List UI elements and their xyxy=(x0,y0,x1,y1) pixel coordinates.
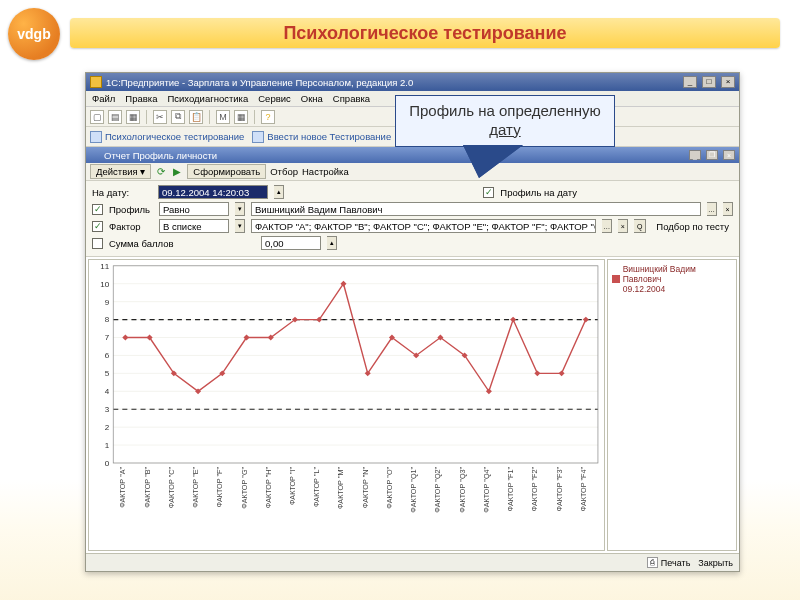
svg-text:ФАКТОР "F3": ФАКТОР "F3" xyxy=(554,467,563,512)
separator xyxy=(146,110,147,124)
svg-text:ФАКТОР "H": ФАКТОР "H" xyxy=(264,467,273,509)
status-bar: ⎙Печать Закрыть xyxy=(86,553,739,571)
svg-text:ФАКТОР "Q3": ФАКТОР "Q3" xyxy=(457,467,466,513)
callout-pointer xyxy=(465,147,519,177)
sum-input[interactable]: 0,00 xyxy=(261,236,321,250)
factor-checkbox[interactable]: ✓ xyxy=(92,221,103,232)
menu-edit[interactable]: Правка xyxy=(125,93,157,104)
app-titlebar: 1С:Предприятие - Зарплата и Управление П… xyxy=(86,73,739,91)
help-icon[interactable]: ? xyxy=(261,110,275,124)
svg-text:8: 8 xyxy=(105,316,110,325)
slide-title: Психологическое тестирование xyxy=(70,18,780,48)
settings-link[interactable]: Настройка xyxy=(302,166,349,177)
svg-text:0: 0 xyxy=(105,459,110,468)
svg-text:ФАКТОР "B": ФАКТОР "B" xyxy=(142,467,151,508)
legend-date: 09.12.2004 xyxy=(623,284,666,294)
factor-value-input[interactable]: ФАКТОР "A"; ФАКТОР "B"; ФАКТОР "C"; ФАКТ… xyxy=(251,219,596,233)
svg-text:ФАКТОР "O": ФАКТОР "O" xyxy=(385,467,394,509)
svg-text:ФАКТОР "F4": ФАКТОР "F4" xyxy=(579,467,588,512)
factor-clear-button[interactable]: × xyxy=(618,219,628,233)
app-title: 1С:Предприятие - Зарплата и Управление П… xyxy=(106,77,413,88)
profile-op-select[interactable]: Равно xyxy=(159,202,229,216)
svg-text:ФАКТОР "Q1": ФАКТОР "Q1" xyxy=(409,467,418,513)
cut-icon[interactable]: ✂ xyxy=(153,110,167,124)
profile-on-date-label: Профиль на дату xyxy=(500,187,577,198)
svg-text:ФАКТОР "E": ФАКТОР "E" xyxy=(191,467,200,508)
tab-testing[interactable]: Психологическое тестирование xyxy=(90,131,244,143)
factor-by-test-button[interactable]: Подбор по тесту xyxy=(652,220,733,233)
svg-text:ФАКТОР "F": ФАКТОР "F" xyxy=(215,467,224,508)
copy-icon[interactable]: ⧉ xyxy=(171,110,185,124)
child-restore-button[interactable]: ❐ xyxy=(706,150,718,160)
sum-checkbox[interactable] xyxy=(92,238,103,249)
menu-windows[interactable]: Окна xyxy=(301,93,323,104)
menu-psych[interactable]: Психодиагностика xyxy=(167,93,248,104)
menu-help[interactable]: Справка xyxy=(333,93,370,104)
svg-text:7: 7 xyxy=(105,334,109,343)
svg-text:5: 5 xyxy=(105,369,110,378)
dropdown-icon[interactable]: ▾ xyxy=(235,202,245,216)
svg-text:ФАКТОР "F2": ФАКТОР "F2" xyxy=(530,467,539,512)
paste-icon[interactable]: 📋 xyxy=(189,110,203,124)
svg-text:ФАКТОР "M": ФАКТОР "M" xyxy=(336,467,345,510)
new-icon[interactable]: ▢ xyxy=(90,110,104,124)
factor-op-select[interactable]: В списке xyxy=(159,219,229,233)
svg-text:ФАКТОР "L": ФАКТОР "L" xyxy=(312,467,321,508)
filter-area: На дату: 09.12.2004 14:20:03▴ ✓ Профиль … xyxy=(86,181,739,257)
maximize-button[interactable]: □ xyxy=(702,76,716,88)
close-report-button[interactable]: Закрыть xyxy=(698,558,733,568)
svg-text:9: 9 xyxy=(105,298,110,307)
report-icon xyxy=(90,150,100,160)
svg-text:ФАКТОР "F1": ФАКТОР "F1" xyxy=(506,467,515,512)
open-icon[interactable]: ▤ xyxy=(108,110,122,124)
profile-chart: 01234567891011ФАКТОР "A"ФАКТОР "B"ФАКТОР… xyxy=(89,260,604,550)
filter-link[interactable]: Отбор xyxy=(270,166,298,177)
dropdown-icon[interactable]: ▾ xyxy=(235,219,245,233)
svg-text:ФАКТОР "I": ФАКТОР "I" xyxy=(288,467,297,505)
profile-clear-button[interactable]: × xyxy=(723,202,733,216)
profile-value-input[interactable]: Вишницкий Вадим Павлович xyxy=(251,202,701,216)
date-spinner[interactable]: ▴ xyxy=(274,185,284,199)
sum-label: Сумма баллов xyxy=(109,238,179,249)
date-input[interactable]: 09.12.2004 14:20:03 xyxy=(158,185,268,199)
separator xyxy=(254,110,255,124)
svg-text:ФАКТОР "A": ФАКТОР "A" xyxy=(118,467,127,508)
plus-icon xyxy=(252,131,264,143)
actions-dropdown[interactable]: Действия ▾ xyxy=(90,164,151,179)
chart-panel: 01234567891011ФАКТОР "A"ФАКТОР "B"ФАКТОР… xyxy=(88,259,605,551)
callout-line1: Профиль на определенную xyxy=(406,102,604,121)
separator xyxy=(209,110,210,124)
print-button[interactable]: ⎙Печать xyxy=(647,557,690,568)
tab-new-test[interactable]: Ввести новое Тестирование xyxy=(252,131,391,143)
calendar-icon[interactable]: ▦ xyxy=(234,110,248,124)
legend-item: Вишницкий Вадим Павлович 09.12.2004 xyxy=(612,264,732,294)
refresh-icon[interactable]: ⟳ xyxy=(155,166,167,178)
menu-service[interactable]: Сервис xyxy=(258,93,291,104)
svg-text:ФАКТОР "G": ФАКТОР "G" xyxy=(239,467,248,509)
svg-text:10: 10 xyxy=(100,280,110,289)
svg-text:ФАКТОР "N": ФАКТОР "N" xyxy=(361,467,370,509)
app-icon xyxy=(90,76,102,88)
profile-checkbox[interactable]: ✓ xyxy=(92,204,103,215)
form-button[interactable]: Сформировать xyxy=(187,164,266,179)
report-title: Отчет Профиль личности xyxy=(104,150,217,161)
app-window: 1С:Предприятие - Зарплата и Управление П… xyxy=(85,72,740,572)
menu-file[interactable]: Файл xyxy=(92,93,115,104)
export-icon[interactable]: ▶ xyxy=(171,166,183,178)
calc-icon[interactable]: M xyxy=(216,110,230,124)
svg-text:11: 11 xyxy=(100,262,109,271)
callout: Профиль на определенную дату xyxy=(395,95,615,147)
child-close-button[interactable]: × xyxy=(723,150,735,160)
profile-choose-button[interactable]: … xyxy=(707,202,717,216)
sum-spinner[interactable]: ▴ xyxy=(327,236,337,250)
child-minimize-button[interactable]: _ xyxy=(689,150,701,160)
save-icon[interactable]: ▦ xyxy=(126,110,140,124)
svg-rect-26 xyxy=(113,266,598,463)
factor-label: Фактор xyxy=(109,221,153,232)
factor-pick-icon[interactable]: Q xyxy=(634,219,646,233)
svg-text:ФАКТОР "C": ФАКТОР "C" xyxy=(167,467,176,509)
factor-choose-button[interactable]: … xyxy=(602,219,612,233)
close-button[interactable]: × xyxy=(721,76,735,88)
minimize-button[interactable]: _ xyxy=(683,76,697,88)
profile-on-date-checkbox[interactable]: ✓ xyxy=(483,187,494,198)
